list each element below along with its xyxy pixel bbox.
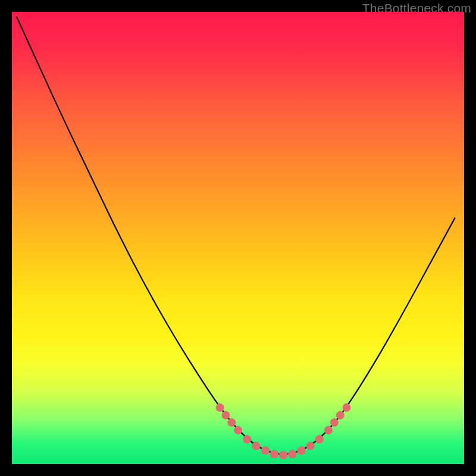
highlight-marker: [306, 442, 315, 450]
highlight-marker: [330, 418, 339, 427]
highlight-marker: [234, 426, 242, 434]
highlight-marker: [336, 411, 345, 419]
highlight-marker: [342, 403, 350, 412]
highlight-marker: [227, 418, 236, 427]
highlight-marker: [297, 446, 305, 455]
highlight-marker: [288, 450, 296, 458]
highlight-marker: [315, 435, 324, 443]
highlight-marker: [243, 435, 251, 443]
highlight-marker: [216, 403, 224, 412]
chart-plot-area: [12, 12, 464, 464]
chart-stage: TheBottleneck.com: [0, 0, 476, 476]
highlight-marker: [252, 442, 260, 450]
highlight-marker: [324, 426, 333, 434]
highlight-marker: [221, 411, 230, 419]
highlight-marker: [261, 446, 270, 455]
highlight-marker: [270, 450, 278, 458]
chart-svg: [12, 12, 464, 464]
highlight-marker: [279, 451, 287, 459]
chart-background: [12, 12, 464, 464]
